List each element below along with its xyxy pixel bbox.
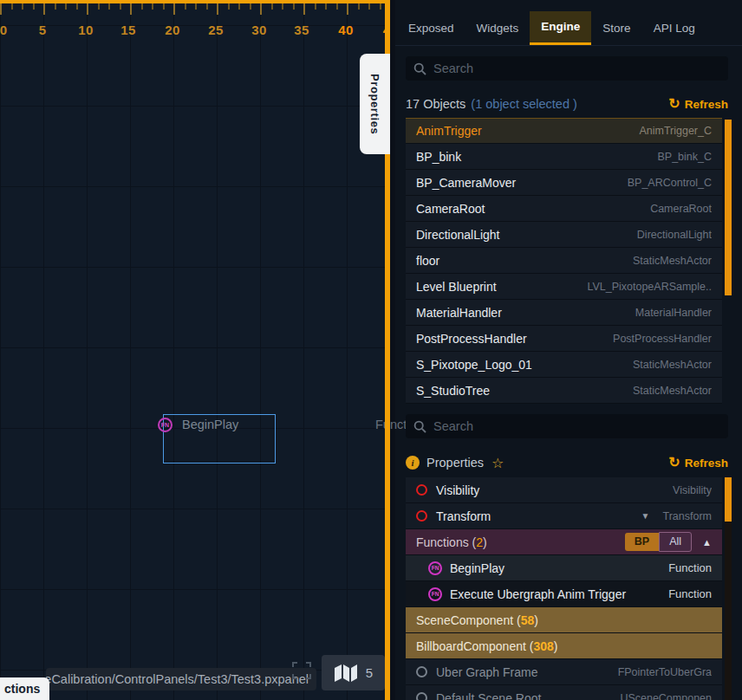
ruler-tick bbox=[120, 3, 121, 10]
chevron-up-icon[interactable]: ▲ bbox=[702, 537, 712, 548]
object-type: StaticMeshActor bbox=[626, 359, 712, 371]
objects-refresh-button[interactable]: ↻ Refresh bbox=[668, 97, 728, 111]
tab-engine[interactable]: Engine bbox=[530, 11, 591, 45]
property-row[interactable]: Default Scene RootUSceneComponen bbox=[406, 685, 722, 700]
object-name: DirectionalLight bbox=[416, 228, 500, 242]
minimap-button[interactable]: 5 bbox=[322, 655, 385, 690]
properties-search[interactable] bbox=[406, 414, 728, 438]
object-type: PostProcessHandler bbox=[606, 333, 712, 345]
object-row[interactable]: PostProcessHandlerPostProcessHandler bbox=[406, 326, 722, 352]
component-group-header[interactable]: BillboardComponent (308) bbox=[406, 633, 722, 659]
tab-store[interactable]: Store bbox=[591, 11, 641, 45]
object-row[interactable]: S_StudioTreeStaticMeshActor bbox=[406, 378, 722, 404]
object-row[interactable]: CameraRootCameraRoot bbox=[406, 196, 722, 222]
object-row[interactable]: DirectionalLightDirectionalLight bbox=[406, 222, 722, 248]
object-row[interactable]: Level BlueprintLVL_PixotopeARSample.. bbox=[406, 274, 722, 300]
ruler-label: 10 bbox=[78, 23, 93, 37]
ruler-label: 15 bbox=[120, 23, 135, 37]
property-row[interactable]: Uber Graph FrameFPointerToUberGra bbox=[406, 659, 722, 685]
objects-scrollbar[interactable] bbox=[725, 120, 732, 295]
ruler-tick bbox=[87, 3, 88, 15]
function-row[interactable]: FNBeginPlayFunction bbox=[406, 555, 722, 581]
object-name: CameraRoot bbox=[416, 202, 485, 216]
objects-search[interactable] bbox=[406, 56, 728, 81]
tab-api-log[interactable]: API Log bbox=[642, 11, 706, 45]
ruler-tick bbox=[336, 3, 338, 10]
ruler-tick bbox=[228, 3, 230, 10]
object-type: StaticMeshActor bbox=[626, 255, 712, 267]
object-name: BP_bink bbox=[416, 150, 461, 164]
bp-all-toggle: BPAll bbox=[625, 532, 692, 552]
object-row[interactable]: BP_binkBP_bink_C bbox=[406, 144, 722, 170]
object-name: S_StudioTree bbox=[416, 384, 490, 398]
bp-filter-button[interactable]: BP bbox=[625, 533, 659, 551]
properties-refresh-button[interactable]: ↻ Refresh bbox=[668, 456, 728, 470]
all-filter-button[interactable]: All bbox=[659, 532, 692, 552]
functions-group-header[interactable]: Functions (2)BPAll▲ bbox=[406, 529, 722, 555]
property-row[interactable]: VisibilityVisibility bbox=[406, 477, 722, 503]
properties-side-tab-label: Properties bbox=[368, 74, 381, 134]
properties-side-tab[interactable]: Properties bbox=[360, 54, 390, 154]
object-row[interactable]: floorStaticMeshActor bbox=[406, 248, 722, 274]
function-icon: FN bbox=[428, 587, 442, 601]
red-circle-icon bbox=[416, 484, 427, 496]
ruler-label: 20 bbox=[165, 23, 179, 37]
object-row[interactable]: S_Pixotope_Logo_01StaticMeshActor bbox=[406, 352, 722, 378]
object-row[interactable]: AnimTriggerAnimTrigger_C bbox=[406, 118, 722, 144]
ruler-tick bbox=[260, 3, 262, 15]
object-type: BP_ARControl_C bbox=[621, 177, 712, 189]
objects-list: AnimTriggerAnimTrigger_CBP_binkBP_bink_C… bbox=[406, 118, 732, 404]
search-icon bbox=[413, 420, 426, 433]
objects-selected-count: (1 object selected ) bbox=[471, 97, 577, 111]
group-name: SceneComponent (58) bbox=[416, 613, 538, 627]
property-type: USceneComponen bbox=[613, 692, 712, 700]
ruler-label: 0 bbox=[0, 23, 7, 37]
group-name: Functions (2) bbox=[416, 535, 487, 549]
properties-scrollbar[interactable] bbox=[725, 477, 732, 522]
corner-tab-button[interactable]: ctions bbox=[0, 677, 49, 700]
circle-icon bbox=[416, 692, 427, 700]
ruler-label: 5 bbox=[39, 23, 47, 37]
ruler-label: 30 bbox=[251, 23, 266, 37]
ruler-tick bbox=[206, 3, 208, 10]
map-count: 5 bbox=[366, 665, 373, 680]
object-name: S_Pixotope_Logo_01 bbox=[416, 358, 532, 372]
properties-search-input[interactable] bbox=[433, 419, 720, 433]
node-label[interactable]: BeginPlay bbox=[182, 418, 238, 431]
object-row[interactable]: MaterialHandlerMaterialHandler bbox=[406, 300, 722, 326]
tab-widgets[interactable]: Widgets bbox=[465, 11, 530, 45]
function-icon: FN bbox=[428, 561, 442, 575]
object-type: LVL_PixotopeARSample.. bbox=[580, 281, 712, 293]
ruler-tick bbox=[173, 3, 175, 15]
object-type: BP_bink_C bbox=[650, 151, 712, 163]
ruler-label: 40 bbox=[338, 23, 353, 37]
function-type: Function bbox=[661, 561, 712, 574]
property-name: Uber Graph Frame bbox=[436, 665, 537, 679]
object-name: AnimTrigger bbox=[416, 124, 482, 138]
function-row[interactable]: FNExecute Ubergraph Anim TriggerFunction bbox=[406, 581, 722, 607]
chevron-down-icon[interactable]: ▼ bbox=[641, 511, 650, 521]
circle-icon bbox=[416, 666, 427, 677]
info-icon[interactable]: i bbox=[406, 456, 420, 470]
group-count: 308 bbox=[533, 639, 553, 653]
ruler-tick bbox=[347, 3, 348, 15]
ruler-label: 25 bbox=[208, 23, 223, 37]
fit-view-icon[interactable] bbox=[292, 662, 311, 679]
ruler-tick bbox=[98, 3, 100, 10]
ruler-tick bbox=[217, 3, 218, 15]
ruler-tick bbox=[271, 3, 273, 10]
ruler-tick bbox=[185, 3, 186, 10]
graph-canvas[interactable]: 05101520253035404 FN BeginPlay peCalibra… bbox=[0, 0, 390, 700]
properties-list: VisibilityVisibilityTransform▼TransformF… bbox=[406, 477, 732, 700]
objects-search-input[interactable] bbox=[433, 62, 720, 75]
component-group-header[interactable]: SceneComponent (58) bbox=[406, 607, 722, 633]
property-row[interactable]: Transform▼Transform bbox=[406, 503, 722, 529]
object-row[interactable]: BP_CameraMoverBP_ARControl_C bbox=[406, 170, 722, 196]
panel-path: peCalibration/ControlPanels/Test3/Test3.… bbox=[46, 668, 316, 690]
property-name: Default Scene Root bbox=[436, 691, 541, 700]
favorite-star-icon[interactable]: ☆ bbox=[491, 455, 504, 471]
object-name: floor bbox=[416, 254, 439, 268]
search-icon bbox=[413, 62, 426, 75]
tab-exposed[interactable]: Exposed bbox=[397, 11, 465, 45]
ruler-tick bbox=[282, 3, 283, 10]
